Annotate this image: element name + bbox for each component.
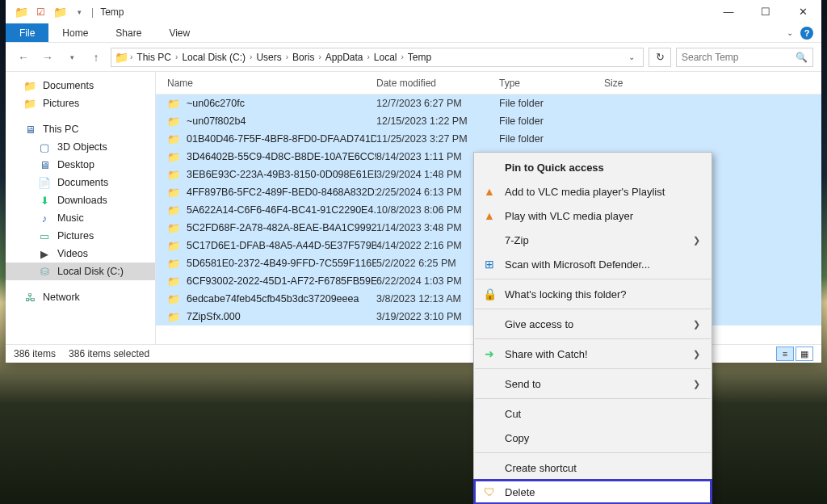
- col-name[interactable]: Name: [156, 78, 376, 89]
- context-label: Share with Catch!: [505, 348, 588, 360]
- breadcrumb-0[interactable]: This PC: [134, 52, 174, 63]
- sidebar-this-pc[interactable]: 🖥 This PC: [6, 120, 155, 138]
- sidebar-icon: 📄: [38, 177, 51, 189]
- breadcrumb-3[interactable]: Boris: [290, 52, 317, 63]
- sidebar-icon: ⬇: [38, 195, 51, 207]
- context-menu: Pin to Quick access ▲ Add to VLC media p…: [473, 152, 712, 504]
- minimize-button[interactable]: —: [710, 0, 747, 23]
- close-button[interactable]: ✕: [784, 0, 821, 23]
- col-size[interactable]: Size: [604, 78, 821, 89]
- sidebar-item[interactable]: 📁 Documents: [6, 77, 155, 94]
- sidebar-item[interactable]: ⛁ Local Disk (C:): [6, 262, 155, 280]
- search-input[interactable]: Search Temp 🔍: [676, 48, 813, 67]
- sidebar-item-label: Local Disk (C:): [57, 266, 124, 277]
- context-label: Send to: [505, 378, 541, 390]
- sidebar-item-label: Desktop: [57, 159, 94, 170]
- breadcrumb-5[interactable]: Local: [372, 52, 400, 63]
- context-icon: ➜: [482, 347, 497, 360]
- sidebar-item[interactable]: ▭ Pictures: [6, 227, 155, 245]
- file-name: ~un07f802b4: [187, 116, 246, 127]
- file-name: 5C17D6E1-DFAB-48A5-A44D-5E37F579B...: [187, 240, 376, 251]
- context-item[interactable]: ➜ Share with Catch! ❯: [474, 342, 712, 366]
- address-dropdown-icon[interactable]: ⌄: [623, 52, 640, 61]
- folder-icon: 📁: [167, 258, 180, 270]
- sidebar-item[interactable]: ⬇ Downloads: [6, 191, 155, 209]
- context-label: Give access to: [505, 318, 573, 330]
- context-separator: [475, 338, 711, 339]
- qat-folder-icon[interactable]: 📁: [51, 6, 69, 19]
- breadcrumb-1[interactable]: Local Disk (C:): [179, 52, 248, 63]
- table-row[interactable]: 📁 01B40D46-7F5F-4BF8-8FD0-DFAAD741D... 1…: [156, 130, 821, 148]
- context-separator: [475, 398, 711, 399]
- forward-button[interactable]: →: [38, 48, 57, 67]
- context-item[interactable]: ⊞ Scan with Microsoft Defender...: [474, 252, 712, 276]
- sidebar-item-label: 3D Objects: [57, 141, 107, 153]
- sidebar-item[interactable]: ▶ Videos: [6, 245, 155, 262]
- ribbon-expand-icon[interactable]: ⌄: [787, 28, 793, 37]
- help-button[interactable]: ?: [800, 27, 813, 40]
- view-details-button[interactable]: ≡: [776, 346, 794, 361]
- view-icons-button[interactable]: ▦: [796, 346, 813, 361]
- address-bar[interactable]: 📁 › This PC› Local Disk (C:)› Users› Bor…: [111, 48, 644, 67]
- col-date[interactable]: Date modified: [376, 78, 499, 89]
- context-item[interactable]: ▲ Add to VLC media player's Playlist: [474, 179, 712, 204]
- context-item[interactable]: 7-Zip ❯: [474, 228, 712, 252]
- file-name: 7ZipSfx.000: [187, 311, 241, 322]
- context-item[interactable]: ▲ Play with VLC media player: [474, 204, 712, 228]
- context-icon: 🔒: [482, 288, 497, 300]
- sidebar-item-label: Music: [57, 212, 84, 224]
- breadcrumb-6[interactable]: Temp: [405, 52, 434, 63]
- app-icon: 📁: [12, 6, 30, 19]
- context-item[interactable]: Create shortcut: [474, 456, 712, 480]
- maximize-button[interactable]: ☐: [747, 0, 784, 23]
- folder-icon: 📁: [167, 240, 180, 252]
- ribbon-file[interactable]: File: [6, 23, 48, 42]
- context-label: Pin to Quick access: [505, 162, 604, 174]
- ribbon-share[interactable]: Share: [102, 23, 155, 42]
- context-label: Cut: [505, 408, 521, 420]
- navbar: ← → ▾ ↑ 📁 › This PC› Local Disk (C:)› Us…: [6, 43, 821, 72]
- pc-icon: 🖥: [23, 124, 36, 136]
- context-item[interactable]: 🛡 Delete: [474, 480, 712, 504]
- file-name: 6edcabe74feb45cfb45b3dc37209eeea: [187, 293, 359, 304]
- context-item[interactable]: Pin to Quick access: [474, 155, 712, 179]
- sidebar-item[interactable]: 📁 Pictures: [6, 94, 155, 112]
- sidebar-item-label: Pictures: [43, 98, 79, 109]
- network-icon: 🖧: [23, 292, 36, 304]
- ribbon: File Home Share View ⌄ ?: [6, 23, 821, 43]
- sidebar-network[interactable]: 🖧 Network: [6, 288, 155, 306]
- context-item[interactable]: Send to ❯: [474, 372, 712, 396]
- table-row[interactable]: 📁 ~un07f802b4 12/15/2023 1:22 PM File fo…: [156, 112, 821, 130]
- qat-dropdown-icon[interactable]: ▾: [70, 8, 88, 16]
- qat-checkbox-icon[interactable]: ☑: [31, 6, 49, 18]
- file-name: 6CF93002-2022-45D1-AF72-F6785FB59E...: [187, 275, 376, 287]
- sidebar-icon: ▶: [38, 248, 51, 260]
- col-type[interactable]: Type: [499, 78, 604, 89]
- context-separator: [475, 368, 711, 369]
- sidebar-item[interactable]: 🖥 Desktop: [6, 156, 155, 174]
- sidebar-item-label: Network: [43, 292, 80, 303]
- context-item[interactable]: Cut: [474, 401, 712, 426]
- sidebar-icon: ▢: [38, 141, 51, 153]
- sidebar-item[interactable]: ▢ 3D Objects: [6, 138, 155, 156]
- context-item[interactable]: Give access to ❯: [474, 312, 712, 336]
- context-label: What's locking this folder?: [505, 288, 627, 300]
- folder-icon: 📁: [167, 98, 180, 110]
- sidebar-item[interactable]: ♪ Music: [6, 209, 155, 227]
- ribbon-home[interactable]: Home: [48, 23, 102, 42]
- breadcrumb-2[interactable]: Users: [254, 52, 283, 63]
- context-item[interactable]: 🔒 What's locking this folder?: [474, 282, 712, 306]
- table-row[interactable]: 📁 ~un06c270fc 12/7/2023 6:27 PM File fol…: [156, 94, 821, 112]
- sidebar-item[interactable]: 📄 Documents: [6, 174, 155, 191]
- up-button[interactable]: ↑: [86, 48, 106, 67]
- breadcrumb-4[interactable]: AppData: [323, 52, 366, 63]
- chevron-right-icon: ❯: [693, 379, 700, 389]
- refresh-button[interactable]: ↻: [649, 48, 671, 67]
- ribbon-view[interactable]: View: [155, 23, 204, 42]
- context-label: Add to VLC media player's Playlist: [505, 186, 665, 198]
- recent-dropdown[interactable]: ▾: [62, 48, 82, 67]
- file-type: File folder: [499, 98, 604, 109]
- window-title: Temp: [100, 6, 124, 18]
- back-button[interactable]: ←: [14, 48, 33, 67]
- context-item[interactable]: Copy: [474, 426, 712, 450]
